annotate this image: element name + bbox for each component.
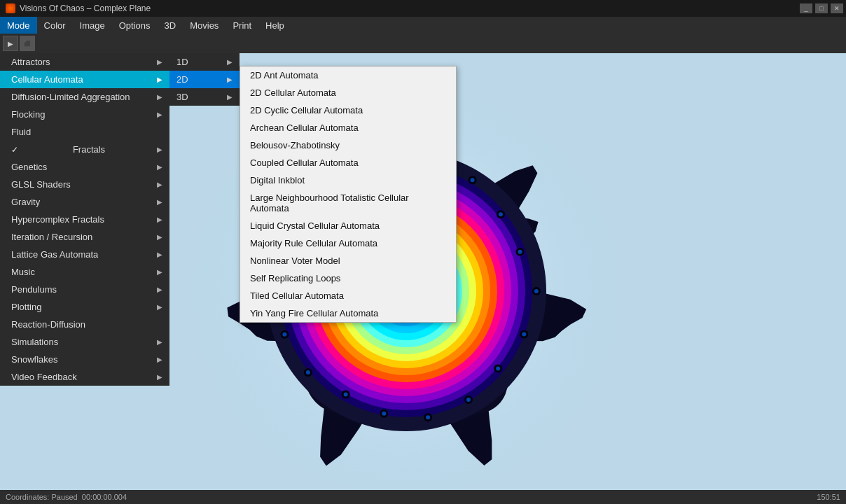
- title-bar: Visions Of Chaos – Complex Plane _ □ ✕: [0, 0, 846, 17]
- ca-large-neighbourhood[interactable]: Large Neighbourhood Totalistic Cellular …: [240, 189, 456, 217]
- toolbar-btn-1[interactable]: ▶: [3, 36, 18, 51]
- mode-glsl-label: GLSL Shaders: [11, 179, 71, 190]
- mode-simulations-label: Simulations: [11, 337, 58, 347]
- mode-hypercomplex-arrow: ▶: [157, 216, 162, 223]
- mode-vf-arrow: ▶: [157, 373, 162, 381]
- ca-cyclic-cellular-automata[interactable]: 2D Cyclic Cellular Automata: [240, 102, 456, 119]
- ca-ant-automata[interactable]: 2D Ant Automata: [240, 66, 456, 84]
- title-text: Visions Of Chaos – Complex Plane: [20, 4, 151, 13]
- mode-fractals-label: Fractals: [73, 144, 105, 155]
- menu-3d[interactable]: 3D: [158, 17, 183, 34]
- menu-print[interactable]: Print: [226, 17, 258, 34]
- menu-movies[interactable]: Movies: [183, 17, 226, 34]
- toolbar: ▶ ⬛: [0, 34, 846, 53]
- ca-majority-rule[interactable]: Majority Rule Cellular Automata: [240, 234, 456, 252]
- mode-rd-label: Reaction-Diffusion: [11, 319, 85, 330]
- mode-flocking-label: Flocking: [11, 109, 45, 120]
- ca-archean[interactable]: Archean Cellular Automata: [240, 119, 456, 136]
- fractals-checkmark: ✓: [11, 145, 18, 155]
- menu-color[interactable]: Color: [37, 17, 73, 34]
- mode-plotting-label: Plotting: [11, 302, 41, 312]
- window-controls[interactable]: _ □ ✕: [800, 4, 843, 13]
- dim-1d-arrow: ▶: [227, 58, 233, 66]
- mode-genetics[interactable]: Genetics ▶: [0, 158, 169, 176]
- mode-hypercomplex-label: Hypercomplex Fractals: [11, 214, 104, 225]
- mode-attractors[interactable]: Attractors ▶: [0, 53, 169, 71]
- mode-genetics-label: Genetics: [11, 162, 47, 172]
- menu-mode[interactable]: Mode: [0, 17, 37, 34]
- mode-pendulums-arrow: ▶: [157, 286, 162, 293]
- ca-coupled[interactable]: Coupled Cellular Automata: [240, 154, 456, 172]
- dim-3d-arrow: ▶: [227, 93, 233, 101]
- status-coords: 150:51: [817, 493, 840, 501]
- app-icon: [6, 4, 15, 13]
- mode-glsl[interactable]: GLSL Shaders ▶: [0, 176, 169, 193]
- menu-help[interactable]: Help: [258, 17, 291, 34]
- mode-lattice-label: Lattice Gas Automata: [11, 249, 98, 260]
- mode-plotting-arrow: ▶: [157, 303, 162, 311]
- menu-options[interactable]: Options: [112, 17, 158, 34]
- mode-lattice-arrow: ▶: [157, 251, 162, 258]
- dim-1d[interactable]: 1D ▶: [169, 53, 240, 71]
- mode-lattice[interactable]: Lattice Gas Automata ▶: [0, 246, 169, 263]
- mode-gravity-arrow: ▶: [157, 198, 162, 206]
- menu-image[interactable]: Image: [73, 17, 112, 34]
- dim-2d-arrow: ▶: [227, 76, 233, 83]
- mode-cellular-automata[interactable]: Cellular Automata ▶: [0, 71, 169, 88]
- main-content: Attractors ▶ Cellular Automata ▶ Diffusi…: [0, 53, 846, 490]
- mode-music[interactable]: Music ▶: [0, 263, 169, 281]
- ca-digital-inkblot[interactable]: Digital Inkblot: [240, 172, 456, 189]
- ca-self-replicating[interactable]: Self Replicating Loops: [240, 270, 456, 287]
- mode-fluid[interactable]: Fluid: [0, 123, 169, 141]
- mode-simulations-arrow: ▶: [157, 338, 162, 346]
- ca-nonlinear-voter[interactable]: Nonlinear Voter Model: [240, 252, 456, 270]
- status-bar: Coordinates: Paused 00:00:00.004 150:51: [0, 490, 846, 504]
- mode-dla-arrow: ▶: [157, 93, 162, 101]
- dim-3d-label: 3D: [176, 92, 188, 102]
- mode-dla[interactable]: Diffusion-Limited Aggregation ▶: [0, 88, 169, 106]
- mode-flocking-arrow: ▶: [157, 111, 162, 118]
- close-button[interactable]: ✕: [831, 4, 843, 13]
- mode-music-label: Music: [11, 267, 35, 277]
- ca-tiled[interactable]: Tiled Cellular Automata: [240, 287, 456, 304]
- mode-flocking[interactable]: Flocking ▶: [0, 106, 169, 123]
- mode-plotting[interactable]: Plotting ▶: [0, 298, 169, 316]
- dim-3d[interactable]: 3D ▶: [169, 88, 240, 106]
- mode-attractors-arrow: ▶: [157, 58, 162, 66]
- mode-ca-label: Cellular Automata: [11, 74, 83, 85]
- mode-fractals[interactable]: ✓ Fractals ▶: [0, 141, 169, 158]
- mode-fractals-arrow: ▶: [157, 146, 162, 153]
- mode-genetics-arrow: ▶: [157, 163, 162, 171]
- mode-snowflakes-arrow: ▶: [157, 356, 162, 363]
- ca-belousov[interactable]: Belousov-Zhabotinsky: [240, 136, 456, 154]
- dim-2d[interactable]: 2D ▶: [169, 71, 240, 88]
- mode-ca-arrow: ▶: [157, 76, 162, 83]
- menu-bar: Mode Color Image Options 3D Movies Print…: [0, 17, 846, 34]
- mode-dla-label: Diffusion-Limited Aggregation: [11, 92, 130, 102]
- ca-cellular-automata[interactable]: 2D Cellular Automata: [240, 84, 456, 102]
- toolbar-btn-2[interactable]: ⬛: [20, 36, 35, 51]
- mode-pendulums-label: Pendulums: [11, 284, 57, 295]
- minimize-button[interactable]: _: [800, 4, 812, 13]
- mode-simulations[interactable]: Simulations ▶: [0, 333, 169, 351]
- mode-vf-label: Video Feedback: [11, 372, 77, 382]
- mode-dropdown: Attractors ▶ Cellular Automata ▶ Diffusi…: [0, 53, 169, 386]
- mode-snowflakes-label: Snowflakes: [11, 354, 57, 365]
- ca-liquid-crystal[interactable]: Liquid Crystal Cellular Automata: [240, 217, 456, 234]
- dimension-submenu: 1D ▶ 2D ▶ 3D ▶: [169, 53, 240, 106]
- mode-reaction-diffusion[interactable]: Reaction-Diffusion: [0, 316, 169, 333]
- mode-attractors-label: Attractors: [11, 57, 50, 67]
- mode-hypercomplex[interactable]: Hypercomplex Fractals ▶: [0, 211, 169, 228]
- mode-pendulums[interactable]: Pendulums ▶: [0, 281, 169, 298]
- mode-gravity-label: Gravity: [11, 197, 40, 207]
- ca-yin-yang[interactable]: Yin Yang Fire Cellular Automata: [240, 304, 456, 322]
- maximize-button[interactable]: □: [815, 4, 828, 13]
- ca-2d-submenu: 2D Ant Automata 2D Cellular Automata 2D …: [240, 66, 457, 323]
- mode-snowflakes[interactable]: Snowflakes ▶: [0, 351, 169, 368]
- mode-iteration-arrow: ▶: [157, 233, 162, 241]
- mode-gravity[interactable]: Gravity ▶: [0, 193, 169, 211]
- mode-iteration[interactable]: Iteration / Recursion ▶: [0, 228, 169, 246]
- mode-fluid-label: Fluid: [11, 127, 31, 137]
- mode-video-feedback[interactable]: Video Feedback ▶: [0, 368, 169, 386]
- mode-iteration-label: Iteration / Recursion: [11, 232, 92, 242]
